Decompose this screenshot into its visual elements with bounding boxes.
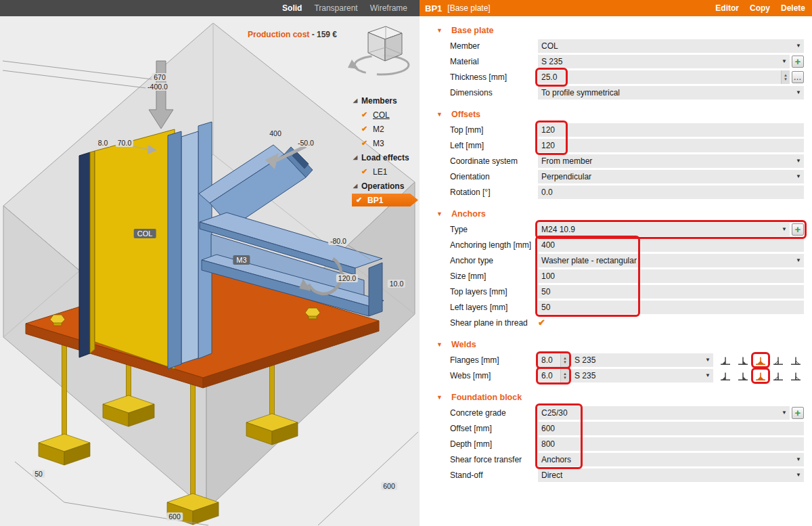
fillet-weld-right-icon[interactable] <box>735 353 751 367</box>
size-label: Size [mm] <box>450 271 538 281</box>
tree-item-m3[interactable]: ✔M3 <box>352 136 420 150</box>
section-header-foundation-block[interactable]: ▼Foundation block <box>420 390 812 405</box>
top-input[interactable]: 120 <box>538 123 804 137</box>
fillet-weld-left-icon[interactable] <box>717 369 734 382</box>
column-col-3d[interactable] <box>168 122 212 369</box>
tree-collapse-icon: ◢ <box>352 183 361 189</box>
view-mode-solid[interactable]: Solid <box>282 3 302 13</box>
dimension-label: 120.0 <box>336 274 358 282</box>
tree-item-label: LE1 <box>373 167 387 177</box>
dimension-label: 670 <box>152 73 168 81</box>
sheartransfer-select[interactable]: Anchors▼ <box>538 453 804 466</box>
orientation-select[interactable]: Perpendicular▼ <box>538 170 804 183</box>
webs-size-input[interactable]: 6.0▲▼ <box>538 369 569 382</box>
member-select[interactable]: COL▼ <box>538 39 804 53</box>
depth-input-value: 800 <box>538 439 804 449</box>
fillet-weld-both-sides-icon[interactable] <box>752 353 769 367</box>
rotation-input[interactable]: 0.0 <box>538 185 804 199</box>
fillet-weld-right-icon[interactable] <box>735 369 751 382</box>
tree-item-label: M3 <box>373 139 384 148</box>
section-header-offsets[interactable]: ▼Offsets <box>420 107 812 122</box>
tree-item-bp1[interactable]: ✔BP1 <box>352 194 418 206</box>
material-add-button[interactable]: + <box>792 56 804 68</box>
row-material: MaterialS 235▼+ <box>420 53 812 69</box>
anchtype-select-value: Washer plate - rectangular <box>538 256 793 265</box>
row-depth: Depth [mm]800 <box>420 436 812 452</box>
dimension-label: 400 <box>267 129 284 137</box>
flanges-size-input-spinner[interactable]: ▲▼ <box>560 353 569 367</box>
coordsys-select[interactable]: From member▼ <box>538 154 804 168</box>
dimensions-select[interactable]: To profile symmetrical▼ <box>538 86 804 100</box>
offset-input[interactable]: 600 <box>538 422 804 435</box>
tree-item-le1[interactable]: ✔LE1 <box>352 165 420 179</box>
toplayers-input[interactable]: 50 <box>538 285 804 299</box>
coordsys-select-dropdown-arrow-icon: ▼ <box>793 158 804 164</box>
viewport-3d[interactable]: SolidTransparentWireframe <box>0 0 420 526</box>
left-label: Left [mm] <box>450 141 538 150</box>
orientation-label: Orientation <box>450 172 538 181</box>
production-cost-value: 159 € <box>317 30 337 39</box>
tree-item-label: BP1 <box>367 196 383 205</box>
size-input[interactable]: 100 <box>538 269 804 283</box>
standoff-select[interactable]: Direct▼ <box>538 468 804 482</box>
butt-weld-right-icon[interactable] <box>788 353 804 367</box>
ctrl-offset: 600 <box>538 422 804 435</box>
section-header-base-plate[interactable]: ▼Base plate <box>420 23 812 38</box>
sheartransfer-label: Shear force transfer <box>450 455 538 464</box>
tree-item-label: COL <box>373 110 390 120</box>
flanges-material-select[interactable]: S 235▼ <box>571 353 713 367</box>
view-mode-transparent[interactable]: Transparent <box>314 3 357 13</box>
tree-item-label: M2 <box>373 125 384 134</box>
section-collapse-icon: ▼ <box>436 394 451 401</box>
butt-weld-right-icon[interactable] <box>788 369 804 382</box>
thickness-more-button[interactable]: … <box>792 71 804 83</box>
material-select[interactable]: S 235▼ <box>538 55 790 68</box>
editor-button[interactable]: Editor <box>715 3 739 13</box>
scene-3d[interactable] <box>0 16 420 526</box>
type-select[interactable]: M24 10.9▼ <box>538 223 790 236</box>
tree-header-operations[interactable]: ◢Operations <box>352 179 420 193</box>
section-header-welds[interactable]: ▼Welds <box>420 337 812 352</box>
view-mode-wireframe[interactable]: Wireframe <box>370 3 407 13</box>
navigation-cube[interactable] <box>346 23 414 83</box>
shearplane-checkbox[interactable]: ✔ <box>538 317 545 328</box>
row-shearplane: Shear plane in thread✔ <box>420 315 812 330</box>
type-add-button[interactable]: + <box>792 223 804 236</box>
section-header-anchors[interactable]: ▼Anchors <box>420 206 812 221</box>
shearplane-label: Shear plane in thread <box>450 318 538 328</box>
thickness-input[interactable]: 25.0▲▼ <box>538 70 790 84</box>
dimension-label: -400.0 <box>145 83 170 91</box>
delete-button[interactable]: Delete <box>781 3 805 13</box>
dimension-label: 10.0 <box>388 280 405 288</box>
butt-weld-left-icon[interactable] <box>770 353 786 367</box>
tree-item-m2[interactable]: ✔M2 <box>352 122 420 136</box>
anchtype-select[interactable]: Washer plate - rectangular▼ <box>538 254 804 267</box>
left-input[interactable]: 120 <box>538 139 804 152</box>
section-title: Anchors <box>451 209 486 219</box>
fillet-weld-both-sides-icon[interactable] <box>752 369 769 382</box>
webs-material-select-dropdown-arrow-icon: ▼ <box>702 372 713 378</box>
concrete-select[interactable]: C25/30▼ <box>538 406 790 420</box>
type-label: Type <box>450 225 538 234</box>
copy-button[interactable]: Copy <box>750 3 770 13</box>
stiffener-plate-3d[interactable] <box>79 129 175 369</box>
butt-weld-left-icon[interactable] <box>770 369 786 382</box>
depth-input[interactable]: 800 <box>538 437 804 451</box>
anchlen-input[interactable]: 400 <box>538 238 804 252</box>
dimension-label: 70.0 <box>116 139 133 147</box>
row-size: Size [mm]100 <box>420 268 812 284</box>
section-title: Offsets <box>451 110 480 119</box>
webs-size-input-spinner[interactable]: ▲▼ <box>560 369 569 382</box>
thickness-input-spinner[interactable]: ▲▼ <box>781 70 790 84</box>
concrete-add-button[interactable]: + <box>792 407 804 419</box>
leftlayers-input[interactable]: 50 <box>538 301 804 314</box>
webs-material-select[interactable]: S 235▼ <box>571 369 713 382</box>
tree-header-label: Members <box>361 96 397 106</box>
ctrl-coordsys: From member▼ <box>538 154 804 168</box>
tree-header-members[interactable]: ◢Members <box>352 93 420 108</box>
tree-header-load-effects[interactable]: ◢Load effects <box>352 150 420 165</box>
flanges-size-input[interactable]: 8.0▲▼ <box>538 353 569 367</box>
tree-item-col[interactable]: ✔COL <box>352 108 420 122</box>
row-webs: Webs [mm]6.0▲▼S 235▼ <box>420 368 812 383</box>
fillet-weld-left-icon[interactable] <box>717 353 734 367</box>
